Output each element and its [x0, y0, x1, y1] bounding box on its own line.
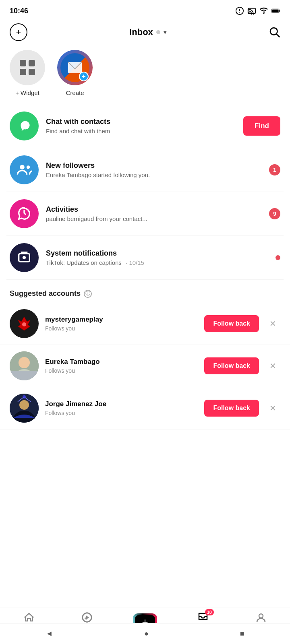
nav-title: Inbox ▾	[129, 27, 166, 37]
notif-item-followers[interactable]: New followers Eureka Tambago started fol…	[6, 148, 284, 192]
system-subtitle: TikTok: Updates on captions · 10/15	[46, 259, 268, 266]
follow-back-jorge[interactable]: Follow back	[204, 400, 259, 417]
svg-point-2	[239, 12, 240, 13]
mysterygameplay-name: mysterygameplay	[45, 316, 198, 324]
svg-point-14	[23, 256, 26, 259]
home-icon	[23, 611, 35, 623]
chat-title: Chat with contacts	[46, 118, 236, 126]
search-button[interactable]	[268, 26, 280, 39]
wifi-icon	[259, 6, 268, 15]
follow-back-eureka[interactable]: Follow back	[204, 357, 259, 374]
followers-title: New followers	[46, 161, 262, 170]
system-dot	[276, 255, 280, 260]
dismiss-eureka[interactable]: ✕	[265, 359, 280, 373]
followers-badge: 1	[269, 164, 280, 175]
create-plus-badge: +	[79, 72, 89, 81]
eureka-sub: Follows you	[45, 367, 198, 374]
eureka-avatar[interactable]	[10, 351, 39, 380]
svg-text:◈: ◈	[85, 616, 88, 620]
jorge-sub: Follows you	[45, 410, 198, 416]
profile-icon	[255, 611, 267, 623]
widget-label: + Widget	[15, 89, 39, 96]
create-label: Create	[66, 89, 84, 96]
notif-item-chat[interactable]: Chat with contacts Find and chat with th…	[6, 104, 284, 148]
svg-point-22	[19, 400, 29, 410]
shortcuts-row: + Widget + Create	[0, 46, 290, 104]
notification-list: Chat with contacts Find and chat with th…	[0, 104, 290, 280]
svg-rect-19	[10, 371, 39, 380]
system-date: · 10/15	[126, 259, 144, 266]
jorge-info: Jorge Jimenez Joe Follows you	[45, 400, 198, 416]
follow-back-mysterygameplay[interactable]: Follow back	[204, 315, 259, 332]
chat-icon	[10, 111, 39, 140]
suggested-item-jorge: Jorge Jimenez Joe Follows you Follow bac…	[0, 387, 290, 429]
page-title: Inbox	[129, 27, 153, 37]
alert-icon	[235, 6, 244, 15]
search-icon	[268, 26, 280, 38]
activities-subtitle: pauline bernigaud from your contact...	[46, 215, 262, 222]
status-icons	[235, 6, 280, 15]
info-icon[interactable]: ⓘ	[84, 290, 92, 298]
dismiss-mysterygameplay[interactable]: ✕	[265, 316, 280, 331]
suggested-item-eureka: Eureka Tambago Follows you Follow back ✕	[0, 345, 290, 387]
notif-item-system[interactable]: System notifications TikTok: Updates on …	[6, 236, 284, 280]
create-icon: +	[57, 50, 93, 85]
android-nav: ◄ ● ■	[0, 623, 290, 644]
suggested-item-mysterygameplay: mysterygameplay Follows you Follow back …	[0, 303, 290, 345]
activities-icon	[10, 199, 39, 228]
svg-point-28	[259, 614, 263, 618]
notif-item-activities[interactable]: Activities pauline bernigaud from your c…	[6, 192, 284, 236]
nav-status-dot	[156, 30, 160, 34]
recents-button[interactable]: ■	[240, 630, 244, 638]
widget-shortcut[interactable]: + Widget	[10, 50, 45, 96]
dismiss-jorge[interactable]: ✕	[265, 401, 280, 415]
status-time: 10:46	[10, 7, 28, 15]
eureka-name: Eureka Tambago	[45, 358, 198, 366]
svg-point-15	[22, 322, 26, 326]
suggested-section-title: Suggested accounts ⓘ	[0, 280, 290, 303]
followers-text: New followers Eureka Tambago started fol…	[46, 161, 262, 178]
chat-subtitle: Find and chat with them	[46, 128, 236, 134]
battery-icon	[271, 6, 280, 15]
jorge-name: Jorge Jimenez Joe	[45, 400, 198, 408]
inbox-badge: 10	[205, 609, 214, 615]
chat-text: Chat with contacts Find and chat with th…	[46, 118, 236, 134]
system-title: System notifications	[46, 249, 268, 258]
activities-badge: 9	[269, 208, 280, 219]
mysterygameplay-info: mysterygameplay Follows you	[45, 316, 198, 332]
find-button[interactable]: Find	[243, 116, 280, 136]
svg-point-4	[263, 13, 265, 14]
suggested-title-text: Suggested accounts	[10, 289, 81, 298]
svg-point-12	[27, 165, 30, 169]
system-icon	[10, 243, 39, 272]
svg-point-11	[20, 165, 25, 170]
nav-chevron-icon: ▾	[164, 29, 166, 35]
create-shortcut[interactable]: + Create	[57, 50, 93, 96]
top-nav: + Inbox ▾	[0, 20, 290, 46]
jorge-avatar[interactable]	[10, 394, 39, 423]
system-text: System notifications TikTok: Updates on …	[46, 249, 268, 266]
svg-rect-6	[280, 10, 280, 12]
back-button[interactable]: ◄	[46, 630, 53, 638]
eureka-info: Eureka Tambago Follows you	[45, 358, 198, 374]
home-nav-button[interactable]: ●	[144, 630, 149, 638]
add-button[interactable]: +	[10, 23, 27, 41]
widget-icon	[10, 50, 45, 85]
followers-subtitle: Eureka Tambago started following you.	[46, 171, 262, 178]
svg-line-9	[277, 34, 280, 37]
activities-title: Activities	[46, 205, 262, 214]
activities-text: Activities pauline bernigaud from your c…	[46, 205, 262, 222]
svg-point-23	[23, 395, 26, 398]
mysterygameplay-sub: Follows you	[45, 325, 198, 332]
status-bar: 10:46	[0, 0, 290, 20]
followers-icon	[10, 155, 39, 184]
svg-rect-7	[272, 9, 279, 12]
mysterygameplay-avatar[interactable]	[10, 309, 39, 338]
discover-icon: ◈	[81, 611, 93, 623]
cast-icon	[247, 6, 256, 15]
svg-point-17	[19, 357, 30, 368]
